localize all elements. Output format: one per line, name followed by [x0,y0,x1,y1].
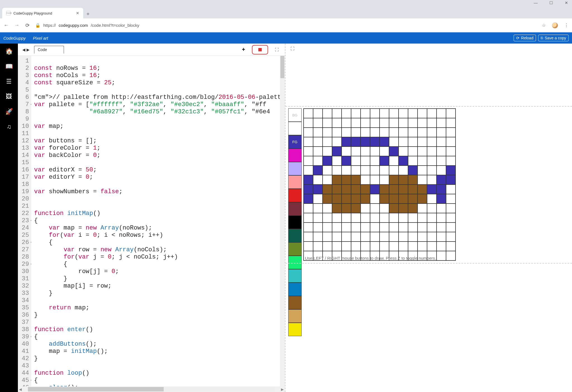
pixel-cell[interactable] [446,166,456,175]
pixel-cell[interactable] [437,194,446,204]
pixel-cell[interactable] [304,128,313,137]
pixel-cell[interactable] [446,156,456,166]
pixel-cell[interactable] [304,232,313,242]
pixel-cell[interactable] [313,166,323,175]
pixel-cell[interactable] [399,242,408,251]
pixel-cell[interactable] [313,147,323,156]
pixel-cell[interactable] [389,128,399,137]
palette-swatch[interactable] [288,216,302,229]
pixel-cell[interactable] [389,185,399,194]
palette-swatch[interactable] [288,189,302,202]
pixel-cell[interactable] [380,194,389,204]
pixel-cell[interactable] [332,232,342,242]
pixel-cell[interactable] [332,137,342,147]
pixel-cell[interactable] [342,118,351,128]
pixel-cell[interactable] [361,204,370,213]
music-icon[interactable]: ♫ [5,123,13,131]
pixel-cell[interactable] [351,232,361,242]
pixel-cell[interactable] [427,194,437,204]
pixel-cell[interactable] [399,118,408,128]
pixel-cell[interactable] [313,204,323,213]
code-tab[interactable]: Code [34,46,64,54]
pixel-cell[interactable] [361,118,370,128]
pixel-cell[interactable] [437,213,446,223]
pixel-cell[interactable] [437,147,446,156]
palette-swatch[interactable] [288,269,302,283]
pixel-cell[interactable] [361,185,370,194]
pixel-cell[interactable] [342,204,351,213]
pixel-cell[interactable] [399,137,408,147]
pixel-cell[interactable] [304,109,313,118]
pixel-cell[interactable] [399,175,408,185]
pixel-cell[interactable] [313,223,323,232]
pixel-cell[interactable] [342,147,351,156]
pixel-cell[interactable] [351,175,361,185]
pixel-cell[interactable] [351,204,361,213]
pixel-cell[interactable] [332,147,342,156]
pixel-cell[interactable] [446,194,456,204]
pixel-cell[interactable] [361,232,370,242]
pixel-cell[interactable] [380,185,389,194]
close-tab-icon[interactable]: ✕ [76,11,79,15]
add-tab-button[interactable]: + [242,46,245,53]
pixel-cell[interactable] [408,232,418,242]
pixel-cell[interactable] [332,242,342,251]
pixel-cell[interactable] [332,204,342,213]
scrollbar-thumb[interactable] [280,56,284,78]
pixel-cell[interactable] [361,166,370,175]
pixel-cell[interactable] [399,232,408,242]
palette-swatch[interactable] [288,323,302,336]
pixel-cell[interactable] [399,147,408,156]
pixel-cell[interactable] [389,204,399,213]
pixel-cell[interactable] [361,223,370,232]
pixel-cell[interactable] [304,194,313,204]
pixel-cell[interactable] [437,185,446,194]
pixel-cell[interactable] [313,128,323,137]
browser-menu-icon[interactable]: ⋮ [564,23,569,28]
pixel-cell[interactable] [408,137,418,147]
pixel-cell[interactable] [323,137,332,147]
pixel-cell[interactable] [446,128,456,137]
pixel-cell[interactable] [370,185,380,194]
pixel-cell[interactable] [323,109,332,118]
pixel-cell[interactable] [370,175,380,185]
pixel-cell[interactable] [418,137,427,147]
pixel-cell[interactable] [304,213,313,223]
pixel-cell[interactable] [408,185,418,194]
pixel-cell[interactable] [380,109,389,118]
pixel-cell[interactable] [427,213,437,223]
pixel-cell[interactable] [361,175,370,185]
pixel-cell[interactable] [418,156,427,166]
pixel-cell[interactable] [446,175,456,185]
palette-swatch[interactable]: FG [288,135,302,149]
pixel-cell[interactable] [351,223,361,232]
pixel-cell[interactable] [370,194,380,204]
pixel-cell[interactable] [342,109,351,118]
pixel-cell[interactable] [323,194,332,204]
pixel-cell[interactable] [332,166,342,175]
pixel-cell[interactable] [370,156,380,166]
pixel-cell[interactable] [370,223,380,232]
pixel-cell[interactable] [351,156,361,166]
pixel-cell[interactable] [437,166,446,175]
pixel-cell[interactable] [313,242,323,251]
pixel-cell[interactable] [380,137,389,147]
pixel-cell[interactable] [427,175,437,185]
url-field[interactable]: 🔒 https://codeguppy.com/code.html?t=colo… [35,23,537,28]
pixel-cell[interactable] [313,156,323,166]
project-link[interactable]: Pixel art [33,36,48,40]
pixel-cell[interactable] [351,194,361,204]
pixel-cell[interactable] [408,118,418,128]
scrollbar-thumb-h[interactable] [28,387,164,391]
pixel-cell[interactable] [380,166,389,175]
pixel-cell[interactable] [342,128,351,137]
pixel-cell[interactable] [342,166,351,175]
pixel-cell[interactable] [332,194,342,204]
pixel-cell[interactable] [389,175,399,185]
palette-swatch[interactable] [288,175,302,189]
pixel-cell[interactable] [427,204,437,213]
pixel-cell[interactable] [351,137,361,147]
bg-swatch[interactable]: BG [288,108,302,122]
pixel-cell[interactable] [437,204,446,213]
pixel-cell[interactable] [389,223,399,232]
